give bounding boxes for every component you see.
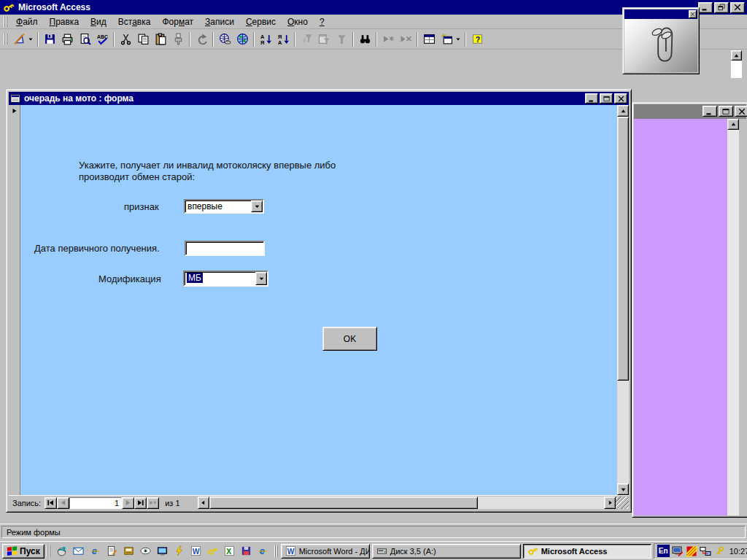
bg-close-button[interactable]	[735, 106, 747, 117]
minimize-button[interactable]	[698, 2, 713, 13]
quicklaunch-satellite-dish[interactable]	[55, 544, 69, 559]
paste-button[interactable]	[152, 31, 169, 48]
apply-filter-button[interactable]	[333, 31, 350, 48]
task-button-2[interactable]: Диск 3,5 (A:)	[372, 544, 521, 559]
quicklaunch-outlook-express[interactable]	[71, 544, 86, 559]
quicklaunch-excel[interactable]: X	[222, 544, 237, 559]
antivirus-icon[interactable]	[686, 545, 697, 557]
database-window-button[interactable]	[420, 31, 438, 48]
hscroll-track[interactable]	[209, 497, 604, 509]
new-object-button[interactable]	[438, 31, 455, 48]
menu-item-file[interactable]: Файл	[10, 15, 44, 28]
copy-button[interactable]	[134, 31, 152, 48]
restore-button[interactable]	[714, 2, 729, 13]
system-key-icon[interactable]	[713, 545, 725, 557]
new-record-button[interactable]	[379, 31, 397, 48]
scroll-up-icon[interactable]	[617, 105, 629, 117]
form-maximize-button[interactable]	[600, 93, 613, 104]
background-window-scrollbar[interactable]	[727, 119, 739, 516]
save-button[interactable]	[41, 31, 58, 48]
quicklaunch-notepad[interactable]	[105, 544, 120, 559]
insert-hyperlink-button[interactable]	[216, 31, 233, 48]
cut-button[interactable]	[117, 31, 134, 48]
form-window-titlebar[interactable]: очерадь на мото : форма	[9, 92, 629, 105]
view-form-button[interactable]	[10, 31, 28, 48]
modification-dropdown-button[interactable]	[255, 272, 267, 285]
hscroll-thumb[interactable]	[209, 497, 478, 509]
first-record-button[interactable]	[44, 497, 57, 509]
quicklaunch-tv-display[interactable]	[155, 544, 170, 559]
bg-maximize-button[interactable]	[719, 106, 733, 117]
toolbar-grip[interactable]	[4, 34, 8, 45]
background-scrollbar[interactable]	[731, 50, 742, 78]
menu-item-window[interactable]: Окно	[282, 15, 314, 28]
vscroll-thumb[interactable]	[617, 117, 629, 381]
priznak-dropdown-button[interactable]	[251, 201, 263, 212]
quicklaunch-internet-explorer-2[interactable]: e	[256, 544, 271, 559]
undo-button[interactable]	[193, 31, 210, 48]
record-number-input[interactable]	[69, 497, 122, 509]
filter-by-form-button[interactable]	[315, 31, 333, 48]
date-input[interactable]	[185, 241, 265, 256]
quicklaunch-access-key[interactable]	[206, 544, 220, 559]
background-window[interactable]	[632, 102, 747, 518]
language-indicator[interactable]: En	[657, 545, 670, 557]
taskbar-grip[interactable]	[47, 545, 51, 557]
priznak-combobox[interactable]: впервые	[184, 199, 264, 214]
clock[interactable]: 10:27	[727, 547, 747, 556]
menu-item-help[interactable]: ?	[314, 15, 330, 28]
sort-descending-button[interactable]: ЯА	[274, 31, 292, 48]
spelling-button[interactable]: ABC	[93, 31, 111, 48]
previous-record-button[interactable]	[57, 497, 69, 509]
quicklaunch-cash-register[interactable]	[122, 544, 136, 559]
format-painter-button[interactable]	[169, 31, 187, 48]
quicklaunch-lightning[interactable]	[172, 544, 187, 559]
quicklaunch-floppy[interactable]	[239, 544, 254, 559]
menu-item-view[interactable]: Вид	[85, 15, 112, 28]
new-record-button[interactable]	[147, 497, 159, 509]
scroll-down-icon[interactable]	[617, 483, 629, 495]
bg-minimize-button[interactable]	[703, 106, 717, 117]
dropdown-arrow-icon[interactable]	[455, 31, 462, 48]
menu-item-edit[interactable]: Правка	[44, 15, 85, 28]
modification-combobox[interactable]: МБ	[183, 271, 268, 287]
quicklaunch-eye-viewer[interactable]	[139, 544, 153, 559]
scroll-left-icon[interactable]	[198, 497, 209, 509]
start-button[interactable]: Пуск	[2, 544, 44, 559]
print-button[interactable]	[58, 31, 76, 48]
menu-item-format[interactable]: Формат	[156, 15, 199, 28]
background-window-titlebar[interactable]	[634, 104, 746, 119]
close-button[interactable]	[730, 2, 745, 13]
menu-item-service[interactable]: Сервис	[240, 15, 282, 28]
filter-by-selection-button[interactable]	[298, 31, 315, 48]
network-icon[interactable]	[700, 545, 711, 557]
resize-grip[interactable]	[616, 497, 629, 509]
dropdown-arrow-icon[interactable]	[28, 31, 35, 48]
assistant-close-button[interactable]	[689, 10, 697, 18]
assistant-titlebar[interactable]	[624, 9, 697, 19]
sort-ascending-button[interactable]: АЯ	[257, 31, 274, 48]
form-horizontal-scrollbar[interactable]	[198, 497, 616, 509]
office-assistant-window[interactable]	[622, 7, 700, 74]
menubar-grip[interactable]	[4, 16, 8, 28]
quicklaunch-internet-explorer[interactable]: e	[88, 544, 103, 559]
task-button-1[interactable]: WMicrosoft Word - ДИПЛО...	[281, 544, 370, 559]
find-button[interactable]	[356, 31, 374, 48]
form-close-button[interactable]	[614, 93, 627, 104]
help-button-button[interactable]: ?	[468, 31, 486, 48]
scroll-up-icon[interactable]	[731, 50, 742, 61]
form-vertical-scrollbar[interactable]	[617, 105, 629, 495]
ok-button[interactable]: OK	[322, 327, 377, 351]
record-selector-bar[interactable]	[9, 105, 20, 495]
menu-item-insert[interactable]: Вставка	[112, 15, 157, 28]
scroll-up-icon[interactable]	[727, 119, 739, 130]
next-record-button[interactable]	[122, 497, 134, 509]
form-minimize-button[interactable]	[585, 93, 598, 104]
delete-record-button[interactable]	[397, 31, 414, 48]
print-preview-button[interactable]	[76, 31, 93, 48]
menu-item-records[interactable]: Записи	[199, 15, 240, 28]
task-button-3[interactable]: Microsoft Access	[523, 544, 651, 559]
vscroll-track[interactable]	[617, 117, 629, 483]
scroll-right-icon[interactable]	[604, 497, 616, 509]
quicklaunch-word[interactable]: W	[189, 544, 204, 559]
